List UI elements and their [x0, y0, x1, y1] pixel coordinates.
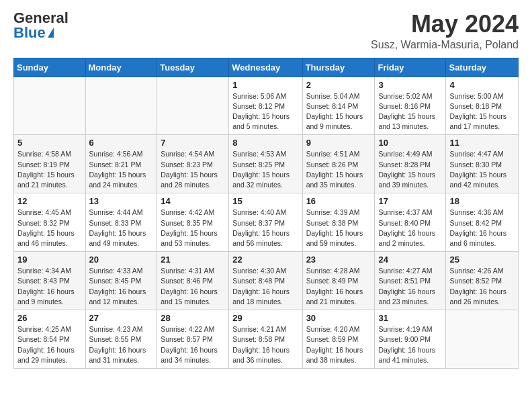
day-info: Sunrise: 4:42 AM Sunset: 8:35 PM Dayligh…	[161, 208, 225, 248]
day-info: Sunrise: 4:20 AM Sunset: 8:59 PM Dayligh…	[306, 324, 371, 365]
day-number: 2	[306, 80, 371, 90]
calendar-cell: 27Sunrise: 4:23 AM Sunset: 8:55 PM Dayli…	[85, 310, 157, 369]
page-subtitle: Susz, Warmia-Masuria, Poland	[371, 39, 519, 51]
day-number: 3	[378, 80, 442, 90]
calendar-cell: 25Sunrise: 4:26 AM Sunset: 8:52 PM Dayli…	[446, 252, 519, 310]
day-info: Sunrise: 4:34 AM Sunset: 8:43 PM Dayligh…	[17, 266, 82, 307]
day-info: Sunrise: 4:23 AM Sunset: 8:55 PM Dayligh…	[89, 324, 154, 365]
calendar-cell: 29Sunrise: 4:21 AM Sunset: 8:58 PM Dayli…	[229, 310, 302, 369]
day-info: Sunrise: 4:54 AM Sunset: 8:23 PM Dayligh…	[161, 149, 225, 190]
calendar-cell: 20Sunrise: 4:33 AM Sunset: 8:45 PM Dayli…	[85, 252, 157, 310]
day-number: 10	[378, 138, 442, 148]
day-info: Sunrise: 4:30 AM Sunset: 8:48 PM Dayligh…	[232, 266, 298, 307]
calendar-cell: 1Sunrise: 5:06 AM Sunset: 8:12 PM Daylig…	[229, 77, 302, 135]
calendar-cell: 30Sunrise: 4:20 AM Sunset: 8:59 PM Dayli…	[302, 310, 375, 369]
day-number: 8	[232, 138, 298, 148]
day-info: Sunrise: 4:40 AM Sunset: 8:37 PM Dayligh…	[232, 208, 298, 248]
day-info: Sunrise: 4:58 AM Sunset: 8:19 PM Dayligh…	[17, 149, 82, 190]
calendar-cell: 21Sunrise: 4:31 AM Sunset: 8:46 PM Dayli…	[157, 252, 229, 310]
day-info: Sunrise: 4:33 AM Sunset: 8:45 PM Dayligh…	[89, 266, 154, 307]
calendar-cell: 22Sunrise: 4:30 AM Sunset: 8:48 PM Dayli…	[229, 252, 302, 310]
calendar-cell: 17Sunrise: 4:37 AM Sunset: 8:40 PM Dayli…	[375, 193, 446, 252]
day-info: Sunrise: 4:21 AM Sunset: 8:58 PM Dayligh…	[232, 324, 298, 365]
day-number: 12	[17, 196, 82, 206]
calendar-cell: 3Sunrise: 5:02 AM Sunset: 8:16 PM Daylig…	[375, 77, 446, 135]
day-info: Sunrise: 4:44 AM Sunset: 8:33 PM Dayligh…	[89, 208, 154, 248]
page-header: General Blue May 2024 Susz, Warmia-Masur…	[13, 11, 519, 51]
calendar-header-row: SundayMondayTuesdayWednesdayThursdayFrid…	[14, 58, 519, 77]
day-number: 31	[378, 313, 442, 323]
calendar-cell: 10Sunrise: 4:49 AM Sunset: 8:28 PM Dayli…	[375, 135, 446, 193]
day-number: 6	[89, 138, 154, 148]
calendar-cell: 7Sunrise: 4:54 AM Sunset: 8:23 PM Daylig…	[157, 135, 229, 193]
day-number: 16	[306, 196, 371, 206]
logo-general: General	[13, 11, 69, 26]
day-number: 14	[161, 196, 225, 206]
day-info: Sunrise: 5:06 AM Sunset: 8:12 PM Dayligh…	[232, 91, 298, 132]
calendar-cell: 19Sunrise: 4:34 AM Sunset: 8:43 PM Dayli…	[14, 252, 86, 310]
day-number: 30	[306, 313, 371, 323]
day-info: Sunrise: 4:47 AM Sunset: 8:30 PM Dayligh…	[449, 149, 515, 190]
day-info: Sunrise: 5:02 AM Sunset: 8:16 PM Dayligh…	[378, 91, 442, 132]
day-info: Sunrise: 4:28 AM Sunset: 8:49 PM Dayligh…	[306, 266, 371, 307]
day-info: Sunrise: 4:27 AM Sunset: 8:51 PM Dayligh…	[378, 266, 442, 307]
calendar-cell	[14, 77, 86, 135]
calendar-cell: 12Sunrise: 4:45 AM Sunset: 8:32 PM Dayli…	[14, 193, 86, 252]
day-number: 25	[449, 255, 515, 265]
day-number: 19	[17, 255, 82, 265]
col-header-saturday: Saturday	[446, 58, 519, 77]
col-header-friday: Friday	[375, 58, 446, 77]
calendar-cell: 14Sunrise: 4:42 AM Sunset: 8:35 PM Dayli…	[157, 193, 229, 252]
day-number: 27	[89, 313, 154, 323]
calendar-cell: 28Sunrise: 4:22 AM Sunset: 8:57 PM Dayli…	[157, 310, 229, 369]
day-info: Sunrise: 4:49 AM Sunset: 8:28 PM Dayligh…	[378, 149, 442, 190]
day-info: Sunrise: 4:45 AM Sunset: 8:32 PM Dayligh…	[17, 208, 82, 248]
calendar-cell: 23Sunrise: 4:28 AM Sunset: 8:49 PM Dayli…	[302, 252, 375, 310]
day-info: Sunrise: 4:53 AM Sunset: 8:25 PM Dayligh…	[232, 149, 298, 190]
calendar-cell: 18Sunrise: 4:36 AM Sunset: 8:42 PM Dayli…	[446, 193, 519, 252]
logo: General Blue	[13, 11, 69, 40]
calendar-cell	[157, 77, 229, 135]
day-number: 18	[449, 196, 515, 206]
calendar-cell: 13Sunrise: 4:44 AM Sunset: 8:33 PM Dayli…	[85, 193, 157, 252]
calendar-cell: 2Sunrise: 5:04 AM Sunset: 8:14 PM Daylig…	[302, 77, 375, 135]
day-info: Sunrise: 4:56 AM Sunset: 8:21 PM Dayligh…	[89, 149, 154, 190]
day-info: Sunrise: 5:04 AM Sunset: 8:14 PM Dayligh…	[306, 91, 371, 132]
calendar-week-row: 19Sunrise: 4:34 AM Sunset: 8:43 PM Dayli…	[14, 252, 519, 310]
col-header-sunday: Sunday	[14, 58, 86, 77]
page-title: May 2024	[371, 11, 519, 38]
calendar-cell: 15Sunrise: 4:40 AM Sunset: 8:37 PM Dayli…	[229, 193, 302, 252]
day-number: 17	[378, 196, 442, 206]
calendar-cell: 5Sunrise: 4:58 AM Sunset: 8:19 PM Daylig…	[14, 135, 86, 193]
logo-blue: Blue	[13, 26, 46, 40]
day-number: 7	[161, 138, 225, 148]
day-info: Sunrise: 4:39 AM Sunset: 8:38 PM Dayligh…	[306, 208, 371, 248]
col-header-tuesday: Tuesday	[157, 58, 229, 77]
day-number: 29	[232, 313, 298, 323]
day-info: Sunrise: 4:51 AM Sunset: 8:26 PM Dayligh…	[306, 149, 371, 190]
day-number: 21	[161, 255, 225, 265]
day-number: 5	[17, 138, 82, 148]
calendar-cell: 8Sunrise: 4:53 AM Sunset: 8:25 PM Daylig…	[229, 135, 302, 193]
day-number: 9	[306, 138, 371, 148]
calendar-cell	[85, 77, 157, 135]
day-number: 1	[232, 80, 298, 90]
day-info: Sunrise: 4:19 AM Sunset: 9:00 PM Dayligh…	[378, 324, 442, 365]
day-number: 24	[378, 255, 442, 265]
calendar-week-row: 1Sunrise: 5:06 AM Sunset: 8:12 PM Daylig…	[14, 77, 519, 135]
col-header-thursday: Thursday	[302, 58, 375, 77]
calendar-week-row: 12Sunrise: 4:45 AM Sunset: 8:32 PM Dayli…	[14, 193, 519, 252]
day-info: Sunrise: 4:22 AM Sunset: 8:57 PM Dayligh…	[161, 324, 225, 365]
calendar-table: SundayMondayTuesdayWednesdayThursdayFrid…	[13, 58, 519, 369]
calendar-cell: 24Sunrise: 4:27 AM Sunset: 8:51 PM Dayli…	[375, 252, 446, 310]
calendar-cell: 11Sunrise: 4:47 AM Sunset: 8:30 PM Dayli…	[446, 135, 519, 193]
calendar-week-row: 5Sunrise: 4:58 AM Sunset: 8:19 PM Daylig…	[14, 135, 519, 193]
calendar-cell: 6Sunrise: 4:56 AM Sunset: 8:21 PM Daylig…	[85, 135, 157, 193]
day-number: 11	[449, 138, 515, 148]
day-number: 13	[89, 196, 154, 206]
day-info: Sunrise: 4:26 AM Sunset: 8:52 PM Dayligh…	[449, 266, 515, 307]
calendar-cell: 16Sunrise: 4:39 AM Sunset: 8:38 PM Dayli…	[302, 193, 375, 252]
day-number: 28	[161, 313, 225, 323]
day-info: Sunrise: 4:37 AM Sunset: 8:40 PM Dayligh…	[378, 208, 442, 248]
day-info: Sunrise: 4:25 AM Sunset: 8:54 PM Dayligh…	[17, 324, 82, 365]
